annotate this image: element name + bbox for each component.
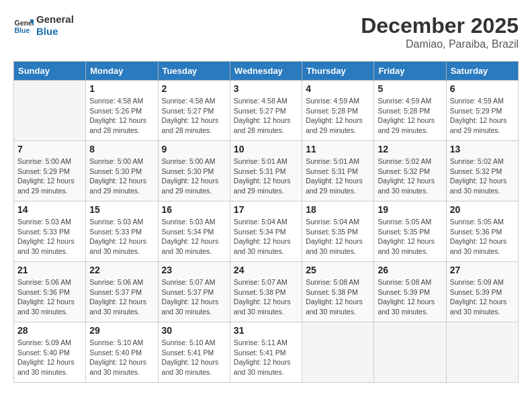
day-info: Sunrise: 4:58 AM Sunset: 5:27 PM Dayligh… (234, 96, 298, 136)
calendar-cell: 22Sunrise: 5:06 AM Sunset: 5:37 PM Dayli… (86, 262, 158, 322)
logo-icon: General Blue (13, 15, 34, 36)
calendar-cell: 30Sunrise: 5:10 AM Sunset: 5:41 PM Dayli… (158, 322, 230, 383)
calendar-cell: 2Sunrise: 4:58 AM Sunset: 5:27 PM Daylig… (158, 81, 230, 141)
day-number: 21 (17, 265, 82, 275)
day-info: Sunrise: 5:02 AM Sunset: 5:32 PM Dayligh… (378, 156, 442, 196)
day-number: 6 (450, 83, 515, 94)
location-subtitle: Damiao, Paraiba, Brazil (361, 38, 519, 50)
day-info: Sunrise: 5:07 AM Sunset: 5:37 PM Dayligh… (162, 277, 226, 317)
day-number: 22 (89, 265, 154, 275)
day-info: Sunrise: 4:59 AM Sunset: 5:28 PM Dayligh… (306, 96, 370, 136)
day-number: 30 (162, 325, 226, 336)
calendar-week-5: 28Sunrise: 5:09 AM Sunset: 5:40 PM Dayli… (14, 322, 519, 383)
calendar-week-3: 14Sunrise: 5:03 AM Sunset: 5:33 PM Dayli… (14, 201, 519, 262)
day-number: 16 (162, 204, 226, 215)
calendar-cell: 7Sunrise: 5:00 AM Sunset: 5:29 PM Daylig… (14, 141, 86, 201)
month-year-title: December 2025 (361, 13, 519, 38)
day-number: 3 (234, 83, 298, 94)
day-info: Sunrise: 5:10 AM Sunset: 5:40 PM Dayligh… (89, 338, 154, 377)
day-info: Sunrise: 5:08 AM Sunset: 5:39 PM Dayligh… (378, 277, 442, 317)
day-info: Sunrise: 5:02 AM Sunset: 5:32 PM Dayligh… (450, 156, 515, 196)
title-block: December 2025 Damiao, Paraiba, Brazil (361, 13, 519, 50)
day-info: Sunrise: 5:05 AM Sunset: 5:35 PM Dayligh… (378, 217, 442, 257)
day-info: Sunrise: 4:58 AM Sunset: 5:27 PM Dayligh… (162, 96, 226, 136)
calendar-header-friday: Friday (374, 62, 446, 81)
calendar-cell: 18Sunrise: 5:04 AM Sunset: 5:35 PM Dayli… (302, 201, 374, 262)
calendar-cell: 27Sunrise: 5:09 AM Sunset: 5:39 PM Dayli… (446, 262, 518, 322)
calendar-cell: 31Sunrise: 5:11 AM Sunset: 5:41 PM Dayli… (230, 322, 302, 383)
calendar-header-monday: Monday (86, 62, 158, 81)
day-info: Sunrise: 5:04 AM Sunset: 5:34 PM Dayligh… (234, 217, 298, 257)
day-info: Sunrise: 5:01 AM Sunset: 5:31 PM Dayligh… (306, 156, 370, 196)
calendar-cell: 12Sunrise: 5:02 AM Sunset: 5:32 PM Dayli… (374, 141, 446, 201)
day-info: Sunrise: 5:09 AM Sunset: 5:39 PM Dayligh… (450, 277, 515, 317)
day-info: Sunrise: 5:08 AM Sunset: 5:38 PM Dayligh… (306, 277, 370, 317)
calendar-header-saturday: Saturday (446, 62, 518, 81)
calendar-header-wednesday: Wednesday (230, 62, 302, 81)
calendar-cell: 5Sunrise: 4:59 AM Sunset: 5:28 PM Daylig… (374, 81, 446, 141)
calendar-cell: 6Sunrise: 4:59 AM Sunset: 5:29 PM Daylig… (446, 81, 518, 141)
day-info: Sunrise: 5:03 AM Sunset: 5:34 PM Dayligh… (162, 217, 226, 257)
calendar-cell: 20Sunrise: 5:05 AM Sunset: 5:36 PM Dayli… (446, 201, 518, 262)
calendar-cell (302, 322, 374, 383)
day-number: 28 (17, 325, 82, 336)
calendar-header-tuesday: Tuesday (158, 62, 230, 81)
day-info: Sunrise: 5:06 AM Sunset: 5:37 PM Dayligh… (89, 277, 154, 317)
calendar-table: SundayMondayTuesdayWednesdayThursdayFrid… (13, 61, 519, 383)
calendar-cell: 9Sunrise: 5:00 AM Sunset: 5:30 PM Daylig… (158, 141, 230, 201)
day-number: 8 (89, 144, 154, 154)
calendar-cell: 17Sunrise: 5:04 AM Sunset: 5:34 PM Dayli… (230, 201, 302, 262)
calendar-cell: 3Sunrise: 4:58 AM Sunset: 5:27 PM Daylig… (230, 81, 302, 141)
logo-blue: Blue (36, 26, 74, 38)
day-number: 7 (17, 144, 82, 154)
day-number: 13 (450, 144, 515, 154)
calendar-week-2: 7Sunrise: 5:00 AM Sunset: 5:29 PM Daylig… (14, 141, 519, 201)
day-info: Sunrise: 5:00 AM Sunset: 5:30 PM Dayligh… (89, 156, 154, 196)
day-info: Sunrise: 5:09 AM Sunset: 5:40 PM Dayligh… (17, 338, 82, 377)
calendar-cell: 24Sunrise: 5:07 AM Sunset: 5:38 PM Dayli… (230, 262, 302, 322)
calendar-cell: 14Sunrise: 5:03 AM Sunset: 5:33 PM Dayli… (14, 201, 86, 262)
calendar-body: 1Sunrise: 4:58 AM Sunset: 5:26 PM Daylig… (14, 81, 519, 383)
day-number: 24 (234, 265, 298, 275)
calendar-header-row: SundayMondayTuesdayWednesdayThursdayFrid… (14, 62, 519, 81)
day-number: 29 (89, 325, 154, 336)
day-info: Sunrise: 5:11 AM Sunset: 5:41 PM Dayligh… (234, 338, 298, 377)
page-header: General Blue General Blue December 2025 … (13, 13, 519, 50)
calendar-cell: 8Sunrise: 5:00 AM Sunset: 5:30 PM Daylig… (86, 141, 158, 201)
calendar-week-4: 21Sunrise: 5:06 AM Sunset: 5:36 PM Dayli… (14, 262, 519, 322)
day-number: 25 (306, 265, 370, 275)
calendar-cell (446, 322, 518, 383)
day-number: 27 (450, 265, 515, 275)
calendar-cell: 23Sunrise: 5:07 AM Sunset: 5:37 PM Dayli… (158, 262, 230, 322)
day-info: Sunrise: 5:07 AM Sunset: 5:38 PM Dayligh… (234, 277, 298, 317)
calendar-cell: 13Sunrise: 5:02 AM Sunset: 5:32 PM Dayli… (446, 141, 518, 201)
day-number: 23 (162, 265, 226, 275)
calendar-cell: 10Sunrise: 5:01 AM Sunset: 5:31 PM Dayli… (230, 141, 302, 201)
day-info: Sunrise: 5:04 AM Sunset: 5:35 PM Dayligh… (306, 217, 370, 257)
day-number: 15 (89, 204, 154, 215)
day-number: 20 (450, 204, 515, 215)
calendar-cell: 26Sunrise: 5:08 AM Sunset: 5:39 PM Dayli… (374, 262, 446, 322)
day-number: 12 (378, 144, 442, 154)
day-number: 2 (162, 83, 226, 94)
calendar-week-1: 1Sunrise: 4:58 AM Sunset: 5:26 PM Daylig… (14, 81, 519, 141)
calendar-cell: 25Sunrise: 5:08 AM Sunset: 5:38 PM Dayli… (302, 262, 374, 322)
day-number: 14 (17, 204, 82, 215)
logo: General Blue General Blue (13, 13, 74, 38)
day-info: Sunrise: 5:00 AM Sunset: 5:30 PM Dayligh… (162, 156, 226, 196)
calendar-cell: 19Sunrise: 5:05 AM Sunset: 5:35 PM Dayli… (374, 201, 446, 262)
day-info: Sunrise: 5:03 AM Sunset: 5:33 PM Dayligh… (89, 217, 154, 257)
calendar-cell (374, 322, 446, 383)
day-number: 5 (378, 83, 442, 94)
calendar-cell: 4Sunrise: 4:59 AM Sunset: 5:28 PM Daylig… (302, 81, 374, 141)
day-number: 1 (89, 83, 154, 94)
day-info: Sunrise: 4:59 AM Sunset: 5:28 PM Dayligh… (378, 96, 442, 136)
calendar-cell: 29Sunrise: 5:10 AM Sunset: 5:40 PM Dayli… (86, 322, 158, 383)
calendar-header-sunday: Sunday (14, 62, 86, 81)
day-number: 31 (234, 325, 298, 336)
day-info: Sunrise: 5:03 AM Sunset: 5:33 PM Dayligh… (17, 217, 82, 257)
logo-general: General (36, 13, 74, 26)
day-number: 19 (378, 204, 442, 215)
calendar-cell: 28Sunrise: 5:09 AM Sunset: 5:40 PM Dayli… (14, 322, 86, 383)
day-info: Sunrise: 4:59 AM Sunset: 5:29 PM Dayligh… (450, 96, 515, 136)
